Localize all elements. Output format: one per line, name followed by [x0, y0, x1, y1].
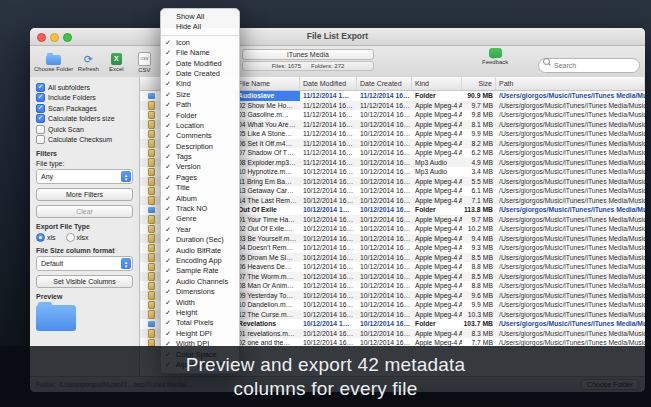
- set-visible-columns-button[interactable]: Set Visible Columns: [36, 275, 133, 288]
- checkbox-unchecked[interactable]: [36, 135, 45, 144]
- scan-option[interactable]: Include Folders: [36, 93, 133, 104]
- cell-size: 8.8 MB: [462, 262, 496, 272]
- checkbox-checked[interactable]: [36, 114, 45, 123]
- minimize-window-button[interactable]: [50, 33, 59, 42]
- menu-item-show-all[interactable]: Show All: [161, 12, 239, 22]
- menu-item-column[interactable]: ✓Encoding App: [161, 256, 239, 266]
- filters-section-label: Filters: [36, 150, 133, 157]
- file-icon: [148, 282, 155, 291]
- menu-item-column[interactable]: ✓Folder: [161, 111, 239, 121]
- menu-item-column[interactable]: ✓Kind: [161, 79, 239, 89]
- menu-item-label: Tags: [176, 152, 192, 161]
- csv-export-button[interactable]: CSV: [131, 48, 157, 76]
- checkmark-icon: ✓: [165, 79, 171, 89]
- menu-item-column[interactable]: ✓Icon: [161, 38, 239, 48]
- menu-item-column[interactable]: ✓Tags: [161, 152, 239, 162]
- menu-item-column[interactable]: ✓Audio BitRate: [161, 246, 239, 256]
- menu-item-label: Date Modified: [176, 59, 222, 68]
- checkmark-icon: ✓: [165, 204, 171, 214]
- scan-option[interactable]: Scan Packages: [36, 103, 133, 114]
- menu-item-column[interactable]: ✓Title: [161, 183, 239, 193]
- cell-kind: Apple Mpeg-4 A…: [412, 215, 462, 225]
- feedback-label: Feedback: [482, 59, 508, 65]
- menu-item-column[interactable]: ✓Date Modified: [161, 59, 239, 69]
- menu-item-column[interactable]: ✓Pages: [161, 173, 239, 183]
- search-input[interactable]: [538, 58, 640, 73]
- scan-option-label: Calculate Checksum: [48, 136, 112, 143]
- menu-item-column[interactable]: ✓Sample Rate: [161, 266, 239, 276]
- menu-item-column[interactable]: ✓Album: [161, 194, 239, 204]
- menu-item-column[interactable]: ✓File Name: [161, 48, 239, 58]
- menu-item-label: Size: [176, 90, 190, 99]
- file-type-select[interactable]: Any: [36, 169, 133, 184]
- menu-item-column[interactable]: ✓Height DPI: [161, 329, 239, 339]
- cell-size: 4.9 MB: [462, 158, 496, 168]
- excel-export-button[interactable]: Excel: [103, 48, 129, 76]
- cell-name: Out Of Exile: [235, 205, 300, 215]
- column-header-size[interactable]: Size: [462, 77, 496, 90]
- column-header-path[interactable]: Path: [496, 77, 645, 90]
- checkbox-checked[interactable]: [36, 93, 45, 102]
- menu-item-label: Album: [176, 194, 197, 203]
- zoom-window-button[interactable]: [63, 33, 72, 42]
- cell-kind: Apple Mpeg-4 A…: [412, 291, 462, 301]
- close-window-button[interactable]: [37, 33, 46, 42]
- menu-item-column[interactable]: ✓Duration (Sec): [161, 235, 239, 245]
- cell-dm: 10/12/2014 16…: [300, 281, 357, 291]
- menu-item-column[interactable]: ✓Width: [161, 298, 239, 308]
- scan-option[interactable]: All subfolders: [36, 82, 133, 93]
- cell-path: /Users/giorgos/Music/iTunes/iTunes Media…: [496, 110, 645, 120]
- menu-item-column[interactable]: ✓Date Created: [161, 69, 239, 79]
- cell-name: 04 What You Are…: [235, 120, 300, 130]
- xlsx-radio[interactable]: xlsx: [66, 233, 89, 242]
- cell-name: 02 Show Me Ho…: [235, 101, 300, 111]
- menu-item-column[interactable]: ✓Dimensions: [161, 287, 239, 297]
- cell-dm: 10/12/2014 16…: [300, 310, 357, 320]
- column-header-date-modified[interactable]: Date Modified: [300, 77, 357, 90]
- caption-line-2: columns for every file: [234, 377, 418, 401]
- menu-item-column[interactable]: ✓Size: [161, 90, 239, 100]
- menu-item-column[interactable]: ✓Year: [161, 225, 239, 235]
- xls-radio[interactable]: xls: [36, 233, 56, 242]
- menu-item-column[interactable]: ✓Audio Channels: [161, 277, 239, 287]
- menu-item-column[interactable]: ✓Height: [161, 308, 239, 318]
- menu-item-column[interactable]: ✓Path: [161, 100, 239, 110]
- checkbox-checked[interactable]: [36, 83, 45, 92]
- export-type-radios: xls xlsx: [36, 233, 133, 242]
- checkmark-icon: ✓: [165, 111, 171, 121]
- menu-item-column[interactable]: ✓Comments: [161, 131, 239, 141]
- scan-option-label: Include Folders: [48, 94, 96, 101]
- menu-item-column[interactable]: ✓Location: [161, 121, 239, 131]
- scan-option[interactable]: Calculate Checksum: [36, 135, 133, 146]
- cell-dc: 10/12/2014 16…: [357, 234, 412, 244]
- title-bar[interactable]: File List Export: [30, 28, 645, 46]
- menu-item-column[interactable]: ✓Track NO: [161, 204, 239, 214]
- cell-size: 90.9 MB: [462, 91, 496, 101]
- menu-item-column[interactable]: ✓Total Pixels: [161, 318, 239, 328]
- more-filters-button[interactable]: More Filters: [36, 188, 133, 201]
- clear-button[interactable]: Clear: [36, 205, 133, 218]
- menu-item-column[interactable]: ✓Genre: [161, 214, 239, 224]
- current-folder-name: iTunes Media: [242, 49, 374, 60]
- scan-option[interactable]: Calculate folders size: [36, 114, 133, 125]
- refresh-button[interactable]: Refresh: [75, 48, 101, 76]
- menu-item-column[interactable]: ✓Version: [161, 162, 239, 172]
- cell-dc: 10/12/2014 16…: [357, 196, 412, 206]
- menu-item-label: Year: [176, 225, 191, 234]
- feedback-button[interactable]: Feedback: [482, 48, 508, 65]
- choose-folder-button[interactable]: Choose Folder: [34, 48, 73, 76]
- xls-radio-label: xls: [47, 234, 56, 241]
- menu-item-column[interactable]: ✓Description: [161, 142, 239, 152]
- checkbox-checked[interactable]: [36, 104, 45, 113]
- column-header-file-name[interactable]: File Name: [235, 77, 300, 90]
- checkbox-unchecked[interactable]: [36, 125, 45, 134]
- cell-size: 103.7 MB: [462, 319, 496, 329]
- column-header-date-created[interactable]: Date Created: [357, 77, 412, 90]
- checkmark-icon: ✓: [165, 256, 171, 266]
- cell-dm: 10/12/2014 16…: [300, 196, 357, 206]
- scan-option[interactable]: Quick Scan: [36, 124, 133, 135]
- column-header-kind[interactable]: Kind: [412, 77, 462, 90]
- menu-item-hide-all[interactable]: Hide All: [161, 22, 239, 32]
- scan-option-label: All subfolders: [48, 84, 90, 91]
- file-size-format-select[interactable]: Default: [36, 256, 133, 271]
